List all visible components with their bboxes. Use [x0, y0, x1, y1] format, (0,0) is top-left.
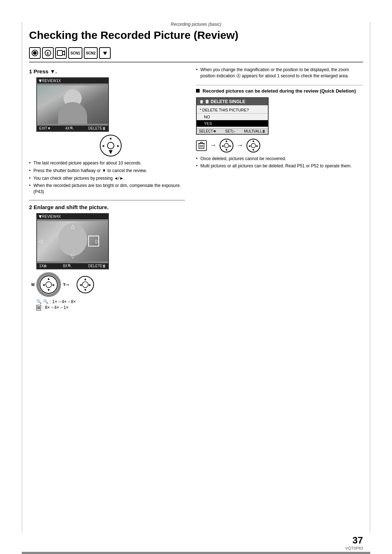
- control-row: → ▲ ▼ ◄ ► →: [196, 138, 363, 153]
- svg-marker-5: [62, 51, 65, 55]
- right-bullets-zoom: When you change the magnification or the…: [196, 67, 363, 79]
- svg-text:▼: ▼: [225, 148, 228, 152]
- page-number: 37: [346, 535, 363, 546]
- screen2-bottombar: 1X⊠ 8X🔍 DELETE🗑: [37, 263, 108, 269]
- screen1-photo: [37, 85, 108, 124]
- small-dpad2: ▲ ▼ ◄ ►: [76, 276, 94, 294]
- svg-point-1: [33, 51, 37, 55]
- svg-rect-20: [200, 142, 203, 143]
- svg-text:▲: ▲: [252, 139, 255, 143]
- svg-text:▼: ▼: [252, 148, 255, 152]
- zoom-inner: ▲ ▼ ◄ ►: [39, 275, 58, 294]
- marker-a: A: [108, 238, 109, 244]
- control-dpad-a: ▲ ▼ ◄ ►: [219, 138, 234, 153]
- svg-text:◄: ◄: [79, 283, 82, 287]
- delete-option-yes: YES: [197, 120, 268, 127]
- delete-multiall-label: MULTI/ALL🗑: [244, 129, 266, 133]
- quick-del-bullet-2: Multi pictures or all pictures can be de…: [196, 163, 363, 169]
- zoom-bullet-1: 🔍 🔍 : 1×→4×→8×: [36, 299, 185, 304]
- delete-set-label: SET▷: [225, 129, 235, 133]
- delete-menu-title: 🗑 DELETE SINGLE: [205, 99, 245, 104]
- mode-icon-e: E: [42, 47, 54, 59]
- step1-bullets: The last recorded picture appears for ab…: [29, 160, 185, 195]
- screen-arrow-down: ▽: [71, 253, 75, 259]
- screen2-topbar: ⯆REVIEW4X: [37, 214, 108, 219]
- page-container: Recording pictures (basic) Checking the …: [0, 0, 392, 554]
- dpad1-arrow-left: ◄: [101, 144, 105, 148]
- photo-simulation-1: [37, 85, 108, 124]
- page-footer: 37 VQT0P83: [346, 535, 363, 550]
- delete-option-no: NO: [197, 114, 268, 120]
- control-arrow-2: →: [237, 142, 243, 149]
- delete-question-text: DELETE THIS PICTURE?: [202, 108, 249, 112]
- svg-rect-4: [57, 50, 62, 56]
- dpad1-arrow-right: ►: [117, 144, 120, 148]
- svg-text:►: ►: [88, 283, 92, 287]
- svg-text:▲: ▲: [225, 139, 228, 143]
- delete-menu-header: 🗑 🗑 DELETE SINGLE: [197, 98, 268, 105]
- quick-deletion-section: Recorded pictures can be deleted during …: [196, 85, 363, 170]
- review-highlight-box: [88, 236, 99, 247]
- main-content: 1 Press ▼. ⯆REVIEW1X EXIT▼ 4X🔍 DELETE🗑: [29, 67, 363, 311]
- svg-point-31: [251, 143, 256, 148]
- svg-text:▲: ▲: [83, 277, 87, 281]
- zoom-icon-plus: 🔍: [36, 299, 42, 304]
- quick-del-bullet-1: Once deleted, pictures cannot be recover…: [196, 156, 363, 162]
- right-column: When you change the magnification or the…: [192, 67, 363, 311]
- dpad1-container: ▲ ▼ ◄ ►: [36, 135, 185, 156]
- quick-deletion-heading-text: Recorded pictures can be deleted during …: [203, 88, 356, 94]
- zoom-ring: W ▲ ▼ ◄ ► T: [36, 272, 61, 297]
- control-trash-box: [196, 140, 207, 151]
- right-bullet-zoom: When you change the magnification or the…: [196, 67, 363, 79]
- svg-text:►: ►: [229, 144, 232, 148]
- screen2-zoom-max: 8X🔍: [63, 264, 72, 268]
- delete-question-icon: *: [200, 108, 201, 112]
- bottom-bar: [22, 552, 370, 554]
- section-divider: [29, 200, 185, 200]
- mode-icon-heart: ♥: [99, 47, 111, 59]
- zoom-dpad-container: W ▲ ▼ ◄ ► T: [36, 272, 185, 297]
- screen1-exit: EXIT▼: [39, 126, 51, 130]
- dpad1-arrow-up: ▲: [109, 136, 113, 140]
- screen-arrow-up: △: [71, 223, 75, 229]
- svg-point-25: [224, 143, 229, 148]
- svg-text:◄: ◄: [42, 283, 45, 287]
- mode-icon-scn1: SCN1: [68, 47, 82, 59]
- zoom-text-1: 🔍 : 1×→4×→8×: [43, 299, 76, 304]
- zoom-icon-minus: ⊠: [36, 305, 41, 310]
- camera-screen-1: ⯆REVIEW1X EXIT▼ 4X🔍 DELETE🗑: [36, 77, 109, 132]
- screen1-zoom: 4X🔍: [65, 126, 74, 130]
- left-margin-rule: [22, 22, 22, 532]
- screen2-delete: DELETE🗑: [88, 264, 106, 268]
- step1-bullet-3: You can check other pictures by pressing…: [29, 175, 185, 182]
- delete-menu-footer: SELECT❖ SET▷ MULTI/ALL🗑: [197, 128, 268, 134]
- heading-block-icon: [196, 89, 200, 93]
- screen2-label: ⯆REVIEW4X: [38, 215, 61, 219]
- svg-text:◄: ◄: [248, 144, 251, 148]
- screen1-topbar: ⯆REVIEW1X: [37, 78, 108, 83]
- delete-yes-text: YES: [204, 121, 212, 126]
- step1-bullet-4: When the recorded pictures are too brigh…: [29, 183, 185, 195]
- step1-heading: 1 Press ▼.: [29, 68, 185, 74]
- zoom-text-2: : 8×→4×→1×: [42, 305, 69, 310]
- screen1-label: ⯆REVIEW1X: [38, 79, 61, 83]
- delete-menu-body: * DELETE THIS PICTURE? NO YES: [197, 105, 268, 128]
- svg-text:▼: ▼: [83, 288, 87, 292]
- svg-text:▲: ▲: [47, 277, 50, 281]
- screen1-bottombar: EXIT▼ 4X🔍 DELETE🗑: [37, 126, 108, 131]
- mode-icon-video: [55, 47, 67, 59]
- version-label: VQT0P83: [346, 546, 363, 550]
- quick-deletion-bullets: Once deleted, pictures cannot be recover…: [196, 156, 363, 170]
- svg-text:▼: ▼: [47, 288, 50, 292]
- screen2-zoom-min: 1X⊠: [39, 264, 46, 268]
- icon-bar: E SCN1 SCN2 ♥: [29, 47, 363, 62]
- zoom-label-t: T: [63, 282, 65, 286]
- delete-question-row: * DELETE THIS PICTURE?: [197, 107, 268, 114]
- camera-screen-2: ⯆REVIEW4X △ ▽ ◁ ▷ 1X⊠ 8X🔍: [36, 213, 109, 269]
- svg-point-13: [82, 282, 88, 288]
- step1-bullet-2: Press the shutter button halfway or ▼ to…: [29, 168, 185, 174]
- delete-trash-icon: 🗑: [200, 99, 204, 104]
- photo-body-1: [58, 102, 87, 124]
- section-label: Recording pictures (basic): [29, 22, 363, 27]
- control-dpad-b: ▲ ▼ ◄ ►: [246, 138, 261, 153]
